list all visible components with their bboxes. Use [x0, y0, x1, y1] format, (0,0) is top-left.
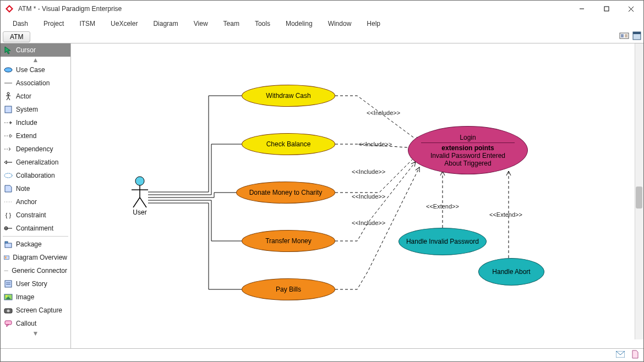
- scrollbar-thumb[interactable]: [636, 187, 642, 209]
- menu-help[interactable]: Help: [359, 18, 388, 30]
- usecase-check-balance[interactable]: Check Balance: [242, 133, 335, 155]
- menu-window[interactable]: Window: [320, 18, 359, 30]
- constraint-icon: { }: [4, 211, 13, 220]
- menu-uexceler[interactable]: UeXceler: [103, 18, 145, 30]
- tool-containment[interactable]: Containment: [1, 222, 70, 235]
- breadcrumb-bar: ATM: [1, 30, 643, 43]
- usecase-transfer-money[interactable]: Transfer Money: [242, 230, 335, 252]
- svg-rect-40: [5, 281, 12, 287]
- status-doc-icon[interactable]: [631, 350, 639, 360]
- note-icon: [4, 184, 13, 193]
- menu-team[interactable]: Team: [216, 18, 247, 30]
- image-icon: [4, 293, 13, 301]
- svg-rect-10: [633, 32, 641, 34]
- tool-image[interactable]: Image: [1, 290, 70, 304]
- usecase-handle-invalid-password[interactable]: Handle Invalid Password: [399, 228, 487, 255]
- svg-rect-19: [5, 106, 12, 113]
- diagram-canvas[interactable]: User Withdraw Cash Check Balance Donate …: [71, 43, 643, 348]
- minimize-button[interactable]: [569, 1, 594, 17]
- statusbar: [1, 348, 643, 361]
- menu-itsm[interactable]: ITSM: [72, 18, 103, 30]
- extend-icon: [4, 131, 13, 140]
- menu-modeling[interactable]: Modeling: [278, 18, 320, 30]
- tool-actor[interactable]: Actor: [1, 90, 70, 103]
- tool-anchor[interactable]: Anchor: [1, 195, 70, 209]
- label-include-4: <<Include>>: [352, 193, 385, 200]
- main-area: Cursor ▲ Use Case Association Actor Syst…: [1, 43, 643, 348]
- user-story-icon: [4, 279, 13, 288]
- menu-project[interactable]: Project: [36, 18, 72, 30]
- label-extend-2: <<Extend>>: [489, 211, 522, 218]
- svg-rect-3: [604, 7, 609, 11]
- tool-generic-connector[interactable]: Generic Connector: [1, 264, 70, 277]
- tool-association[interactable]: Association: [1, 76, 70, 90]
- tool-user-story[interactable]: User Story: [1, 277, 70, 290]
- actor-user[interactable]: User: [129, 175, 151, 216]
- login-title: Login: [460, 134, 476, 141]
- tool-note[interactable]: Note: [1, 182, 70, 195]
- login-ext2: About Triggered: [444, 160, 491, 167]
- svg-marker-11: [5, 47, 10, 54]
- menubar: Dash Project ITSM UeXceler Diagram View …: [1, 17, 643, 30]
- tool-use-case[interactable]: Use Case: [1, 63, 70, 76]
- tool-collaboration[interactable]: Collaboration: [1, 169, 70, 182]
- actor-user-label: User: [133, 209, 146, 216]
- status-mail-icon[interactable]: [616, 351, 625, 359]
- tool-callout[interactable]: Callout: [1, 317, 70, 330]
- usecase-donate-money[interactable]: Donate Money to Charity: [236, 182, 335, 204]
- svg-rect-48: [5, 321, 12, 325]
- scrollbar-vertical[interactable]: [635, 43, 643, 339]
- breadcrumb-atm[interactable]: ATM: [3, 31, 30, 42]
- login-extension-heading: extension points: [441, 144, 494, 152]
- tool-screen-capture[interactable]: Screen Capture: [1, 304, 70, 317]
- palette-divider: [3, 236, 68, 237]
- tool-dependency[interactable]: Dependency: [1, 142, 70, 156]
- tool-system[interactable]: System: [1, 103, 70, 116]
- app-logo-icon: [5, 4, 14, 13]
- package-icon: [4, 240, 13, 249]
- tool-diagram-overview[interactable]: Diagram Overview: [1, 251, 70, 264]
- toolbar-panel-icon[interactable]: [632, 31, 641, 42]
- actor-figure-icon: [129, 175, 151, 209]
- menu-diagram[interactable]: Diagram: [145, 18, 185, 30]
- usecase-withdraw-cash[interactable]: Withdraw Cash: [242, 85, 335, 107]
- palette-expand-down[interactable]: ▼: [1, 330, 70, 337]
- tool-cursor[interactable]: Cursor: [1, 43, 70, 57]
- palette-collapse-up[interactable]: ▲: [1, 57, 70, 63]
- generic-connector-icon: [4, 266, 8, 275]
- svg-point-47: [7, 310, 10, 312]
- tool-palette: Cursor ▲ Use Case Association Actor Syst…: [1, 43, 71, 348]
- containment-icon: [4, 224, 13, 233]
- close-button[interactable]: [619, 1, 643, 17]
- label-include-3: <<Include>>: [352, 168, 385, 175]
- toolbar-overview-icon[interactable]: [619, 31, 629, 42]
- svg-marker-21: [10, 121, 12, 124]
- generalization-icon: [4, 158, 13, 167]
- svg-point-29: [4, 173, 12, 178]
- maximize-button[interactable]: [594, 1, 619, 17]
- menu-tools[interactable]: Tools: [247, 18, 278, 30]
- callout-icon: [4, 319, 13, 328]
- tool-extend[interactable]: Extend: [1, 129, 70, 142]
- svg-point-44: [6, 295, 8, 297]
- usecase-pay-bills[interactable]: Pay Bills: [242, 278, 335, 300]
- titlebar: ATM * - Visual Paradigm Enterprise: [1, 1, 643, 17]
- anchor-icon: [4, 198, 13, 206]
- svg-marker-49: [7, 325, 9, 327]
- menu-dash[interactable]: Dash: [5, 18, 36, 30]
- association-icon: [4, 79, 13, 87]
- tool-package[interactable]: Package: [1, 238, 70, 251]
- svg-rect-38: [5, 256, 7, 259]
- tool-include[interactable]: Include: [1, 116, 70, 129]
- svg-point-50: [135, 177, 144, 185]
- usecase-login[interactable]: Login extension points Invalid Password …: [408, 126, 528, 174]
- tool-generalization[interactable]: Generalization: [1, 156, 70, 169]
- include-icon: [4, 118, 13, 127]
- login-divider: [421, 142, 515, 143]
- tool-constraint[interactable]: { }Constraint: [1, 209, 70, 222]
- usecase-handle-abort[interactable]: Handle Abort: [478, 258, 544, 286]
- cursor-icon: [4, 46, 13, 54]
- label-extend-1: <<Extend>>: [426, 203, 459, 210]
- use-case-icon: [4, 65, 13, 74]
- menu-view[interactable]: View: [186, 18, 216, 30]
